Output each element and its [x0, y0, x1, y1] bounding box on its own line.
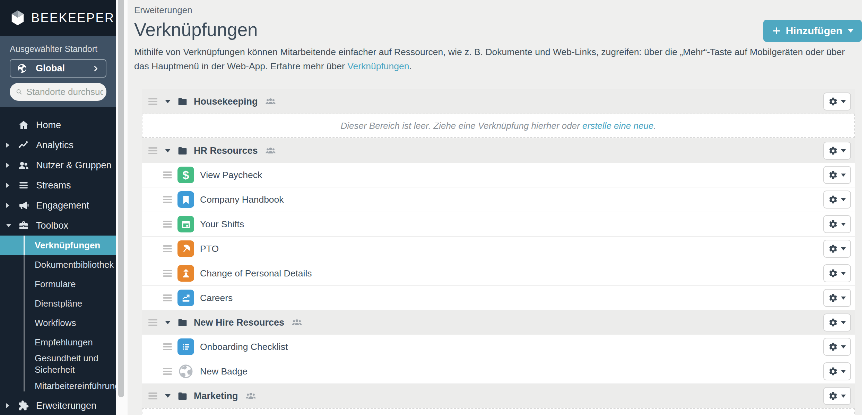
caret-down-icon — [841, 345, 846, 348]
sidebar-subitem-dienstpl-ne[interactable]: Dienstpläne — [0, 294, 116, 313]
caret-right-icon[interactable] — [6, 143, 17, 148]
empty-zone-suffix: . — [653, 121, 656, 131]
caret-down-icon — [841, 223, 846, 226]
shortcut-row[interactable]: Company Handbook — [142, 187, 855, 212]
caret-down-icon[interactable] — [165, 394, 171, 398]
shortcut-row[interactable]: PTO — [142, 237, 855, 261]
sidebar-subitem-label: Formulare — [35, 279, 76, 290]
gear-icon — [828, 195, 838, 204]
row-settings-button[interactable] — [823, 142, 851, 160]
sidebar-item-streams[interactable]: Streams — [0, 175, 116, 195]
page-title: Verknüpfungen — [134, 19, 855, 40]
row-settings-button[interactable] — [823, 362, 851, 380]
sidebar-item-label: Streams — [36, 180, 71, 191]
location-selector[interactable]: Global — [10, 59, 106, 78]
folder-row[interactable]: New Hire Resources — [142, 310, 855, 335]
dollar-icon: $ — [183, 168, 189, 182]
dollar-icon: $ — [177, 167, 194, 183]
caret-right-icon[interactable] — [6, 403, 17, 408]
drag-handle-icon[interactable] — [148, 147, 157, 154]
folder-name: New Hire Resources — [194, 317, 284, 328]
sidebar-subitem-workflows[interactable]: Workflows — [0, 313, 116, 333]
drag-handle-icon[interactable] — [163, 171, 172, 178]
shortcut-name: New Badge — [200, 366, 248, 377]
description-link[interactable]: Verknüpfungen — [347, 61, 409, 71]
drag-handle-icon[interactable] — [163, 294, 172, 301]
gear-icon — [828, 170, 838, 180]
row-settings-button[interactable] — [823, 387, 851, 405]
add-button-label: Hinzufügen — [786, 25, 842, 37]
sidebar-subitem-empfehlungen[interactable]: Empfehlungen — [0, 333, 116, 352]
drag-handle-icon[interactable] — [163, 343, 172, 350]
row-settings-button[interactable] — [823, 166, 851, 184]
caret-down-icon — [841, 247, 846, 250]
folder-icon — [177, 391, 188, 401]
drag-handle-icon[interactable] — [148, 392, 157, 399]
people-icon — [291, 317, 303, 328]
sidebar-subitem-mitarbeitereinf-hrung[interactable]: Mitarbeitereinführung — [0, 376, 116, 396]
create-new-link[interactable]: erstelle eine neue — [582, 121, 653, 131]
caret-down-icon[interactable] — [165, 321, 171, 324]
caret-right-icon[interactable] — [6, 203, 17, 208]
shortcut-list: HousekeepingDieser Bereich ist leer. Zie… — [142, 89, 855, 415]
drag-handle-icon[interactable] — [148, 319, 157, 326]
plus-icon — [772, 26, 781, 36]
drag-handle-icon[interactable] — [163, 221, 172, 228]
shortcut-name: Your Shifts — [200, 219, 244, 230]
drag-handle-icon[interactable] — [163, 245, 172, 252]
row-settings-button[interactable] — [823, 338, 851, 356]
add-button[interactable]: Hinzufügen — [763, 20, 862, 42]
sidebar-item-nutzer-gruppen[interactable]: Nutzer & Gruppen — [0, 155, 116, 175]
drag-handle-icon[interactable] — [163, 368, 172, 375]
folder-row[interactable]: Housekeeping — [142, 89, 855, 114]
caret-right-icon[interactable] — [6, 183, 17, 188]
sidebar-item-home[interactable]: Home — [0, 115, 116, 135]
sidebar-item-toolbox[interactable]: Toolbox — [0, 215, 116, 236]
row-settings-button[interactable] — [823, 314, 851, 332]
sidebar-scrollbar[interactable] — [116, 0, 128, 415]
drag-handle-icon[interactable] — [163, 270, 172, 277]
users-icon — [17, 159, 31, 171]
sidebar-subitem-formulare[interactable]: Formulare — [0, 274, 116, 294]
shortcut-row[interactable]: Onboarding Checklist — [142, 335, 855, 359]
caret-right-icon[interactable] — [6, 163, 17, 168]
caret-down-icon — [841, 174, 846, 177]
sidebar-item-label: Erweiterungen — [36, 400, 96, 411]
gear-icon — [828, 146, 838, 156]
drag-handle-icon[interactable] — [163, 196, 172, 203]
row-settings-button[interactable] — [823, 92, 851, 111]
sidebar-item-label: Analytics — [36, 140, 73, 151]
sidebar-subitem-dokumentbibliothek[interactable]: Dokumentbibliothek — [0, 255, 116, 274]
breadcrumb[interactable]: Erweiterungen — [134, 5, 192, 16]
sidebar-subitem-gesundheit-und-sicherheit[interactable]: Gesundheit und Sicherheit — [0, 352, 116, 376]
row-settings-button[interactable] — [823, 289, 851, 307]
sidebar-subitem-label: Mitarbeitereinführung — [35, 381, 120, 391]
app-logo[interactable]: BEEKEEPER — [0, 0, 116, 36]
row-settings-button[interactable] — [823, 215, 851, 233]
sidebar-subitem-verkn-pfungen[interactable]: Verknüpfungen — [0, 236, 116, 255]
sidebar-item-erweiterungen[interactable]: Erweiterungen — [0, 396, 116, 415]
shortcut-row[interactable]: $View Paycheck — [142, 163, 855, 187]
people-icon — [245, 390, 257, 402]
caret-down-icon[interactable] — [165, 100, 171, 103]
sidebar-scrollbar-thumb[interactable] — [118, 0, 124, 397]
empty-zone-message: Dieser Bereich ist leer. Ziehe eine Verk… — [340, 121, 656, 131]
analytics-icon — [17, 139, 31, 151]
row-settings-button[interactable] — [823, 240, 851, 258]
sidebar-item-analytics[interactable]: Analytics — [0, 135, 116, 155]
caret-down-icon[interactable] — [6, 224, 17, 227]
shortcut-row[interactable]: Careers — [142, 286, 855, 310]
folder-row[interactable]: Marketing — [142, 384, 855, 408]
shortcut-row[interactable]: New Badge — [142, 359, 855, 384]
caret-down-icon[interactable] — [165, 149, 171, 152]
drag-handle-icon[interactable] — [148, 98, 157, 105]
page-scrollbar-track — [862, 0, 868, 415]
folder-row[interactable]: HR Resources — [142, 139, 855, 163]
shortcut-row[interactable]: Change of Personal Details — [142, 261, 855, 286]
row-settings-button[interactable] — [823, 191, 851, 209]
shortcut-row[interactable]: Your Shifts — [142, 212, 855, 237]
location-search-input[interactable] — [26, 87, 103, 97]
sidebar-item-engagement[interactable]: Engagement — [0, 195, 116, 215]
sidebar-item-label: Home — [36, 120, 61, 131]
row-settings-button[interactable] — [823, 264, 851, 282]
